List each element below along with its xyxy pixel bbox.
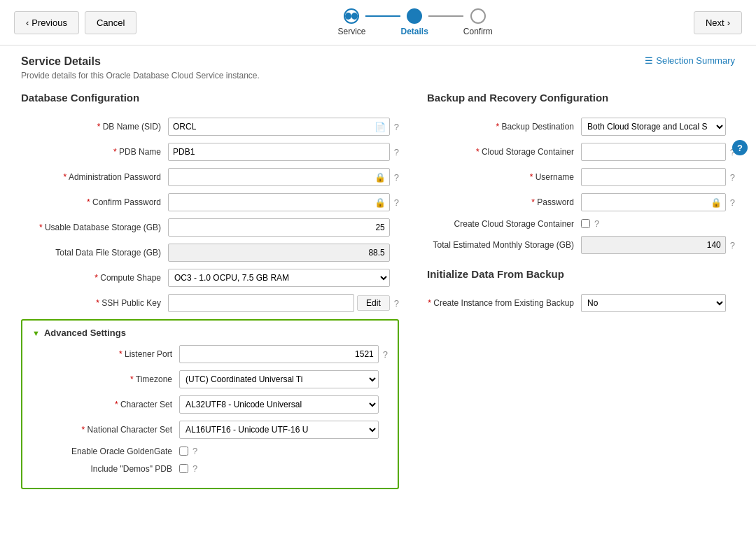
listener-port-help[interactable]: ? (383, 349, 388, 360)
ssh-key-label: * SSH Public Key (21, 298, 168, 308)
ssh-key-help[interactable]: ? (394, 298, 399, 309)
usable-storage-input[interactable] (168, 218, 390, 237)
backup-title: Backup and Recovery Configuration (427, 92, 735, 108)
step-details: Details (400, 8, 428, 36)
create-container-label: Create Cloud Storage Container (427, 219, 581, 229)
character-set-select[interactable]: AL32UTF8 - Unicode Universal (179, 395, 379, 414)
username-input[interactable] (581, 168, 726, 186)
page-title: Service Details (21, 55, 260, 68)
cloud-storage-row: * Cloud Storage Container ? (427, 143, 735, 161)
step-confirm: Confirm (463, 8, 493, 36)
admin-password-help[interactable]: ? (394, 172, 399, 183)
step-service-circle (344, 8, 359, 24)
usable-storage-label: * Usable Database Storage (GB) (21, 223, 168, 232)
step-confirm-circle (470, 8, 486, 24)
backup-dest-row: * Backup Destination Both Cloud Storage … (427, 118, 735, 136)
total-monthly-help[interactable]: ? (730, 240, 735, 251)
admin-password-input[interactable] (168, 168, 390, 186)
goldengate-row: Enable Oracle GoldenGate ? (32, 446, 388, 456)
character-set-row: * Character Set AL32UTF8 - Unicode Unive… (32, 395, 388, 414)
goldengate-help[interactable]: ? (192, 446, 197, 456)
ssh-edit-button[interactable]: Edit (357, 295, 390, 311)
ssh-key-input[interactable] (168, 294, 354, 312)
backup-password-help[interactable]: ? (730, 197, 735, 208)
cloud-storage-label: * Cloud Storage Container (427, 147, 581, 157)
help-button[interactable]: ? (732, 140, 748, 155)
pdb-name-help[interactable]: ? (394, 147, 399, 157)
compute-shape-select[interactable]: OC3 - 1.0 OCPU, 7.5 GB RAM (168, 269, 390, 287)
chevron-left-icon: ‹ (26, 17, 29, 28)
compute-shape-row: * Compute Shape OC3 - 1.0 OCPU, 7.5 GB R… (21, 269, 399, 287)
db-name-input[interactable] (168, 118, 390, 136)
backup-dest-label: * Backup Destination (427, 122, 581, 132)
left-column: Database Configuration * DB Name (SID) 📄… (21, 92, 399, 489)
stepper: Service Details Confirm (337, 8, 492, 36)
timezone-row: * Timezone (UTC) Coordinated Universal T… (32, 370, 388, 388)
nav-right: Next › (694, 11, 742, 34)
national-char-set-select[interactable]: AL16UTF16 - Unicode UTF-16 U (179, 421, 379, 439)
confirm-password-label: * Confirm Password (21, 197, 168, 207)
confirm-password-help[interactable]: ? (394, 197, 399, 208)
page-subtitle: Provide details for this Oracle Database… (21, 71, 260, 80)
admin-password-label: * Administration Password (21, 172, 168, 182)
pdb-name-row: * PDB Name ? (21, 143, 399, 161)
connector-2 (428, 15, 463, 17)
demos-pdb-help[interactable]: ? (192, 463, 197, 474)
create-instance-select[interactable]: No (581, 294, 726, 312)
demos-pdb-row: Include "Demos" PDB ? (32, 463, 388, 474)
backup-password-input[interactable] (581, 193, 726, 211)
db-name-help[interactable]: ? (394, 122, 399, 132)
init-section: Initialize Data From Backup * Create Ins… (427, 268, 735, 312)
create-container-checkbox[interactable] (581, 219, 590, 228)
confirm-password-row: * Confirm Password 🔒 ? (21, 193, 399, 211)
create-instance-row: * Create Instance from Existing Backup N… (427, 294, 735, 312)
page-header-left: Service Details Provide details for this… (21, 55, 260, 80)
step-details-circle (407, 8, 422, 24)
total-monthly-input (581, 236, 726, 254)
cancel-button[interactable]: Cancel (85, 11, 136, 34)
cancel-label: Cancel (97, 17, 125, 28)
backup-password-row: * Password 🔒 ? (427, 193, 735, 211)
demos-pdb-checkbox[interactable] (179, 464, 188, 473)
national-char-set-label: * National Character Set (32, 425, 179, 435)
total-data-input (168, 244, 390, 262)
username-help[interactable]: ? (730, 172, 735, 183)
listener-port-label: * Listener Port (32, 349, 179, 359)
ssh-key-row: * SSH Public Key Edit ? (21, 294, 399, 312)
character-set-wrapper: AL32UTF8 - Unicode Universal (179, 395, 379, 414)
previous-button[interactable]: ‹ Previous (14, 11, 79, 34)
username-row: * Username ? (427, 168, 735, 186)
total-data-row: Total Data File Storage (GB) ? (21, 244, 399, 262)
pdb-name-input[interactable] (168, 143, 390, 161)
backup-section: Backup and Recovery Configuration * Back… (427, 92, 735, 254)
next-button[interactable]: Next › (694, 11, 742, 34)
confirm-password-input[interactable] (168, 193, 390, 211)
backup-dest-select[interactable]: Both Cloud Storage and Local S (581, 118, 726, 136)
username-label: * Username (427, 172, 581, 182)
total-data-label: Total Data File Storage (GB) (21, 248, 168, 258)
pdb-name-label: * PDB Name (21, 147, 168, 157)
collapse-icon[interactable]: ▼ (32, 329, 40, 337)
connector-1 (365, 15, 400, 17)
next-label: Next (706, 17, 724, 28)
demos-pdb-label: Include "Demos" PDB (32, 464, 179, 474)
listener-port-row: * Listener Port ? (32, 345, 388, 363)
goldengate-label: Enable Oracle GoldenGate (32, 447, 179, 456)
cloud-storage-input[interactable] (581, 143, 726, 161)
create-instance-wrapper: No (581, 294, 726, 312)
confirm-lock-icon: 🔒 (374, 197, 386, 208)
lock-icon: 🔒 (374, 172, 386, 183)
usable-storage-row: * Usable Database Storage (GB) ? (21, 218, 399, 237)
goldengate-checkbox[interactable] (179, 447, 188, 456)
confirm-password-wrapper: 🔒 (168, 193, 390, 211)
step-confirm-label: Confirm (463, 27, 493, 36)
db-name-row: * DB Name (SID) 📄 ? (21, 118, 399, 136)
listener-port-input[interactable] (179, 345, 379, 363)
selection-summary-link[interactable]: ☰ Selection Summary (645, 55, 735, 66)
step-details-label: Details (400, 27, 428, 36)
page-header: Service Details Provide details for this… (0, 45, 756, 85)
timezone-select[interactable]: (UTC) Coordinated Universal Ti (179, 370, 379, 388)
create-container-help[interactable]: ? (594, 218, 599, 229)
create-instance-label: * Create Instance from Existing Backup (427, 298, 581, 308)
admin-password-row: * Administration Password 🔒 ? (21, 168, 399, 186)
